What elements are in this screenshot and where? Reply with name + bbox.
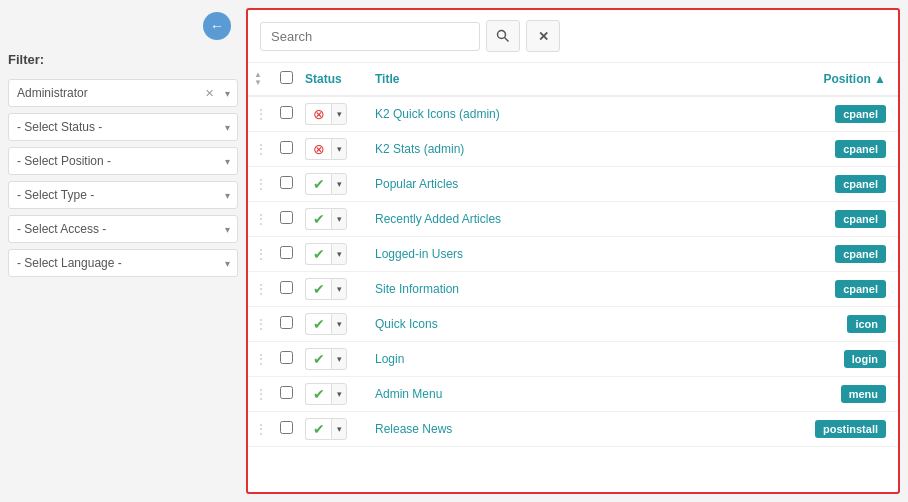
status-dropdown-btn[interactable]: ▾ — [331, 278, 347, 300]
language-filter[interactable]: - Select Language - — [8, 249, 238, 277]
row-checkbox[interactable] — [280, 386, 293, 399]
status-filter[interactable]: - Select Status - — [8, 113, 238, 141]
position-badge: menu — [841, 385, 886, 403]
select-all-checkbox[interactable] — [280, 71, 293, 84]
drag-handle[interactable]: ⋮ — [248, 307, 274, 342]
access-filter-wrapper: - Select Access - ▾ — [8, 215, 238, 243]
drag-handle[interactable]: ⋮ — [248, 202, 274, 237]
drag-handle[interactable]: ⋮ — [248, 412, 274, 447]
position-badge: icon — [847, 315, 886, 333]
status-main-btn[interactable]: ✔ — [305, 243, 331, 265]
status-dropdown-btn[interactable]: ▾ — [331, 173, 347, 195]
status-main-btn[interactable]: ✔ — [305, 313, 331, 335]
status-dropdown-btn[interactable]: ▾ — [331, 348, 347, 370]
status-cell: ⊗ ▾ — [299, 132, 369, 167]
status-filter-wrapper: - Select Status - ▾ — [8, 113, 238, 141]
search-button[interactable] — [486, 20, 520, 52]
title-cell[interactable]: Logged-in Users — [369, 237, 691, 272]
status-ok-icon: ✔ — [313, 246, 325, 262]
table-row: ⋮ ⊗ ▾ K2 Quick Icons (admin) cpanel — [248, 96, 898, 132]
position-col-header[interactable]: Position ▲ — [691, 63, 898, 96]
status-main-btn[interactable]: ⊗ — [305, 138, 331, 160]
row-checkbox[interactable] — [280, 421, 293, 434]
row-checkbox-cell — [274, 377, 299, 412]
drag-handle[interactable]: ⋮ — [248, 132, 274, 167]
modules-table: ▲▼ Status Title Position ▲ ⋮ ⊗ ▾ — [248, 63, 898, 447]
drag-handle[interactable]: ⋮ — [248, 237, 274, 272]
row-checkbox-cell — [274, 272, 299, 307]
status-cell: ✔ ▾ — [299, 412, 369, 447]
row-checkbox[interactable] — [280, 211, 293, 224]
position-badge: cpanel — [835, 210, 886, 228]
row-checkbox[interactable] — [280, 351, 293, 364]
status-dropdown-btn[interactable]: ▾ — [331, 383, 347, 405]
drag-handle[interactable]: ⋮ — [248, 167, 274, 202]
table-row: ⋮ ✔ ▾ Release News postinstall — [248, 412, 898, 447]
status-main-btn[interactable]: ⊗ — [305, 103, 331, 125]
table-row: ⋮ ✔ ▾ Logged-in Users cpanel — [248, 237, 898, 272]
title-cell[interactable]: Login — [369, 342, 691, 377]
status-cell: ✔ ▾ — [299, 307, 369, 342]
status-main-btn[interactable]: ✔ — [305, 418, 331, 440]
drag-handle[interactable]: ⋮ — [248, 272, 274, 307]
row-checkbox-cell — [274, 132, 299, 167]
drag-handle[interactable]: ⋮ — [248, 96, 274, 132]
status-dropdown-btn[interactable]: ▾ — [331, 243, 347, 265]
title-cell[interactable]: K2 Quick Icons (admin) — [369, 96, 691, 132]
status-main-btn[interactable]: ✔ — [305, 383, 331, 405]
clear-search-button[interactable]: ✕ — [526, 20, 560, 52]
row-checkbox-cell — [274, 307, 299, 342]
row-checkbox[interactable] — [280, 106, 293, 119]
drag-handle[interactable]: ⋮ — [248, 342, 274, 377]
status-dropdown-btn[interactable]: ▾ — [331, 208, 347, 230]
title-cell[interactable]: Quick Icons — [369, 307, 691, 342]
row-checkbox[interactable] — [280, 176, 293, 189]
row-checkbox[interactable] — [280, 141, 293, 154]
drag-handle[interactable]: ⋮ — [248, 377, 274, 412]
svg-line-1 — [505, 38, 509, 42]
table-row: ⋮ ✔ ▾ Recently Added Articles cpanel — [248, 202, 898, 237]
status-ok-icon: ✔ — [313, 281, 325, 297]
title-col-header[interactable]: Title — [369, 63, 691, 96]
status-ok-icon: ✔ — [313, 421, 325, 437]
status-col-header[interactable]: Status — [299, 63, 369, 96]
sort-col-header[interactable]: ▲▼ — [248, 63, 274, 96]
access-filter[interactable]: - Select Access - — [8, 215, 238, 243]
status-error-icon: ⊗ — [313, 141, 325, 157]
position-filter[interactable]: - Select Position - — [8, 147, 238, 175]
status-main-btn[interactable]: ✔ — [305, 348, 331, 370]
status-dropdown-btn[interactable]: ▾ — [331, 418, 347, 440]
administrator-filter[interactable]: Administrator — [8, 79, 238, 107]
status-main-btn[interactable]: ✔ — [305, 278, 331, 300]
position-cell: cpanel — [691, 237, 898, 272]
row-checkbox[interactable] — [280, 281, 293, 294]
title-cell[interactable]: K2 Stats (admin) — [369, 132, 691, 167]
position-badge: cpanel — [835, 140, 886, 158]
status-ok-icon: ✔ — [313, 386, 325, 402]
status-dropdown-btn[interactable]: ▾ — [331, 103, 347, 125]
status-main-btn[interactable]: ✔ — [305, 173, 331, 195]
row-checkbox-cell — [274, 412, 299, 447]
search-input[interactable] — [260, 22, 480, 51]
title-cell[interactable]: Recently Added Articles — [369, 202, 691, 237]
position-cell: cpanel — [691, 96, 898, 132]
status-cell: ✔ ▾ — [299, 167, 369, 202]
row-checkbox[interactable] — [280, 246, 293, 259]
title-cell[interactable]: Site Information — [369, 272, 691, 307]
status-dropdown-btn[interactable]: ▾ — [331, 313, 347, 335]
type-filter[interactable]: - Select Type - — [8, 181, 238, 209]
table-header-row: ▲▼ Status Title Position ▲ — [248, 63, 898, 96]
title-cell[interactable]: Popular Articles — [369, 167, 691, 202]
position-badge: postinstall — [815, 420, 886, 438]
status-dropdown-btn[interactable]: ▾ — [331, 138, 347, 160]
table-row: ⋮ ✔ ▾ Login login — [248, 342, 898, 377]
filter-label: Filter: — [8, 48, 238, 71]
title-cell[interactable]: Release News — [369, 412, 691, 447]
row-checkbox[interactable] — [280, 316, 293, 329]
status-main-btn[interactable]: ✔ — [305, 208, 331, 230]
position-badge: cpanel — [835, 245, 886, 263]
administrator-clear-icon[interactable]: ✕ — [205, 87, 214, 100]
back-button[interactable]: ← — [203, 12, 231, 40]
title-cell[interactable]: Admin Menu — [369, 377, 691, 412]
table-row: ⋮ ✔ ▾ Quick Icons icon — [248, 307, 898, 342]
